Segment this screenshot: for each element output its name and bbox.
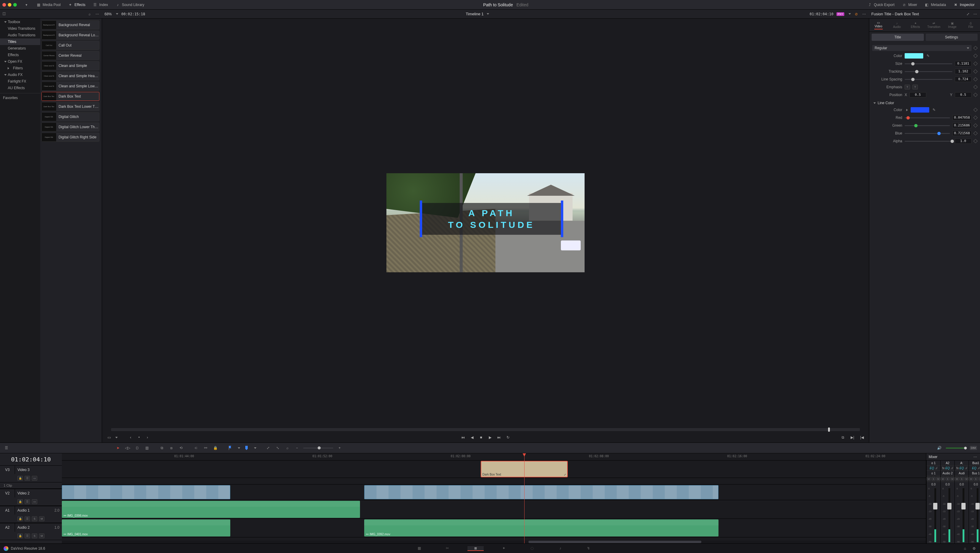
page-fusion-icon[interactable]: ✦ bbox=[496, 546, 512, 550]
inspector-tab-effects[interactable]: ✦Effects bbox=[906, 19, 925, 32]
mixer-channel[interactable]: A2fx EQ .ılAudio 2MSM0.00-5-10-15-20-30-… bbox=[940, 461, 955, 543]
keyframe-icon[interactable] bbox=[974, 93, 978, 97]
channel-eq[interactable]: EQ .ıl bbox=[969, 466, 980, 471]
inspector-button[interactable]: ✖ Inspector bbox=[950, 1, 978, 8]
options-icon[interactable]: ⋯ bbox=[95, 12, 100, 16]
go-last-icon[interactable]: ⏭ bbox=[496, 434, 502, 441]
chevron-down-icon[interactable] bbox=[848, 13, 851, 15]
prev-marker-icon[interactable]: ‹ bbox=[127, 434, 134, 441]
channel-fader[interactable]: 0-5-10-15-20-30-40-50 bbox=[941, 487, 955, 543]
zoom-full-icon[interactable]: ⤢ bbox=[265, 445, 271, 451]
mute-button[interactable]: M bbox=[936, 477, 940, 481]
blue-value[interactable]: 0.721568 bbox=[952, 130, 972, 136]
mixer-channel[interactable]: o 1EQ .ılo 1MSM0.00-5-10-15-20-30-40-50 bbox=[926, 461, 940, 543]
video-toggle-icon[interactable]: ▭ bbox=[32, 476, 37, 481]
channel-fader[interactable]: 0-5-10-15-20-30-40-50 bbox=[955, 487, 969, 543]
keyframe-icon[interactable] bbox=[974, 131, 978, 135]
step-back-icon[interactable]: ◀ bbox=[469, 434, 475, 441]
overwrite-icon[interactable]: ⧈ bbox=[168, 445, 175, 451]
mixer-button[interactable]: ⎚ Mixer bbox=[899, 1, 920, 8]
eyedropper-icon[interactable]: ✎ bbox=[932, 108, 937, 112]
tree-fairlight[interactable]: Fairlight FX bbox=[0, 78, 40, 85]
chevron-down-icon[interactable] bbox=[115, 437, 118, 438]
tree-generators[interactable]: Generators bbox=[0, 45, 40, 52]
play-icon[interactable]: ▶ bbox=[487, 434, 493, 441]
viewer-canvas[interactable]: A PATH TO SOLITUDE bbox=[102, 19, 869, 427]
size-value[interactable]: 0.1181 bbox=[955, 61, 972, 66]
mute-button[interactable]: M bbox=[39, 534, 45, 538]
mute-button[interactable]: M bbox=[950, 477, 955, 481]
effect-item[interactable]: Clean and SiClean and Simple Low… bbox=[41, 82, 99, 91]
font-style-select[interactable]: Regular bbox=[872, 45, 972, 51]
next-marker-icon[interactable]: › bbox=[144, 434, 151, 441]
effect-item[interactable]: Dark Box TexDark Box Text Lower T… bbox=[41, 102, 99, 111]
keyframe-icon[interactable] bbox=[974, 69, 978, 73]
panel-toggle-icon[interactable]: ◫ bbox=[2, 11, 8, 17]
tree-filters[interactable]: Filters bbox=[0, 65, 40, 72]
track-lane-v3[interactable]: Dark Box Text ⤢ bbox=[62, 461, 926, 478]
chevron-down-icon[interactable] bbox=[487, 13, 489, 15]
options-icon[interactable]: ⋯ bbox=[973, 454, 978, 459]
keyframe-icon[interactable] bbox=[974, 62, 978, 66]
zoom-custom-icon[interactable]: ⌕ bbox=[284, 445, 291, 451]
solo-button[interactable]: S bbox=[32, 516, 37, 521]
dynamic-trim-icon[interactable]: ⟨⟩ bbox=[134, 445, 140, 451]
keyframe-icon[interactable] bbox=[974, 46, 978, 50]
red-value[interactable]: 0.047058 bbox=[952, 115, 972, 121]
mute-button[interactable]: M bbox=[978, 477, 980, 481]
tree-audiofx[interactable]: Audio FX bbox=[0, 72, 40, 78]
expand-icon[interactable]: ⤢ bbox=[966, 12, 970, 16]
solo-button[interactable]: S bbox=[945, 477, 950, 481]
close-window-icon[interactable] bbox=[2, 3, 6, 6]
tree-effects[interactable]: Effects bbox=[0, 52, 40, 58]
audio-clip[interactable]: ⚯IMG_0392.mov bbox=[364, 520, 719, 537]
proxy-badge[interactable]: PXY bbox=[837, 12, 844, 16]
blue-slider[interactable] bbox=[905, 133, 950, 134]
mute-button[interactable]: M bbox=[941, 477, 945, 481]
chevron-down-icon[interactable] bbox=[254, 447, 256, 449]
inspector-tab-video[interactable]: ▭Video bbox=[869, 19, 888, 32]
go-first-icon[interactable]: ⏮ bbox=[460, 434, 466, 441]
emphasis-opt-2[interactable]: T bbox=[912, 85, 918, 89]
solo-button[interactable]: S bbox=[974, 477, 978, 481]
track-lane-v2[interactable] bbox=[62, 485, 926, 500]
timeline-scrollbar[interactable] bbox=[62, 540, 926, 543]
line-color-swatch[interactable] bbox=[911, 107, 929, 113]
video-clip[interactable] bbox=[364, 485, 719, 499]
subtab-title[interactable]: Title bbox=[872, 33, 924, 41]
video-clip[interactable] bbox=[62, 485, 230, 499]
effect-item[interactable]: Call OutCall Out bbox=[41, 41, 99, 50]
solo-button[interactable]: S bbox=[32, 534, 37, 538]
stop-icon[interactable]: ■ bbox=[478, 434, 484, 441]
green-value[interactable]: 0.215686 bbox=[952, 123, 972, 128]
page-deliver-icon[interactable]: ↯ bbox=[581, 546, 597, 550]
tree-titles[interactable]: Titles bbox=[0, 38, 40, 45]
marker-icon[interactable] bbox=[243, 445, 250, 451]
tree-toolbox[interactable]: Toolbox bbox=[0, 19, 40, 25]
keyframe-icon[interactable] bbox=[974, 108, 978, 112]
timeline-ruler[interactable]: 01:01:44:00 01:01:52:00 01:02:00:00 01:0… bbox=[62, 453, 926, 461]
mute-button[interactable]: M bbox=[964, 477, 969, 481]
loop-icon[interactable]: ↻ bbox=[505, 434, 511, 441]
lock-icon[interactable]: 🔒 bbox=[212, 445, 219, 451]
inspector-tab-file[interactable]: ⎙File bbox=[962, 19, 980, 32]
eyedropper-icon[interactable]: ✎ bbox=[926, 54, 931, 58]
timeline-view-icon[interactable]: ☰ bbox=[3, 445, 10, 451]
linespacing-value[interactable]: 0.724 bbox=[955, 76, 972, 82]
keyframe-icon[interactable] bbox=[974, 139, 978, 143]
scrub-thumb[interactable] bbox=[828, 427, 830, 432]
tree-favorites[interactable]: Favorites bbox=[0, 93, 40, 101]
trim-tool-icon[interactable]: ◁▷ bbox=[124, 445, 131, 451]
effect-item[interactable]: Digital GlitDigital Glitch bbox=[41, 112, 99, 121]
page-cut-icon[interactable]: ✂ bbox=[439, 546, 455, 550]
channel-fader[interactable]: 0-5-10-15-20-30-40-50 bbox=[969, 487, 980, 543]
volume-slider[interactable] bbox=[946, 448, 967, 448]
match-frame-icon[interactable]: ⧉ bbox=[840, 434, 846, 441]
track-tag[interactable]: V2 bbox=[0, 489, 15, 497]
insert-icon[interactable]: ⧉ bbox=[159, 445, 165, 451]
timeline-tracks[interactable]: 01:01:44:00 01:01:52:00 01:02:00:00 01:0… bbox=[62, 453, 926, 543]
mute-button[interactable]: M bbox=[955, 477, 959, 481]
audio-clip[interactable]: ⚯IMG_0401.mov bbox=[62, 520, 230, 537]
auto-select-icon[interactable]: ☰ bbox=[25, 534, 30, 538]
dim-button[interactable]: DIM bbox=[970, 446, 977, 450]
